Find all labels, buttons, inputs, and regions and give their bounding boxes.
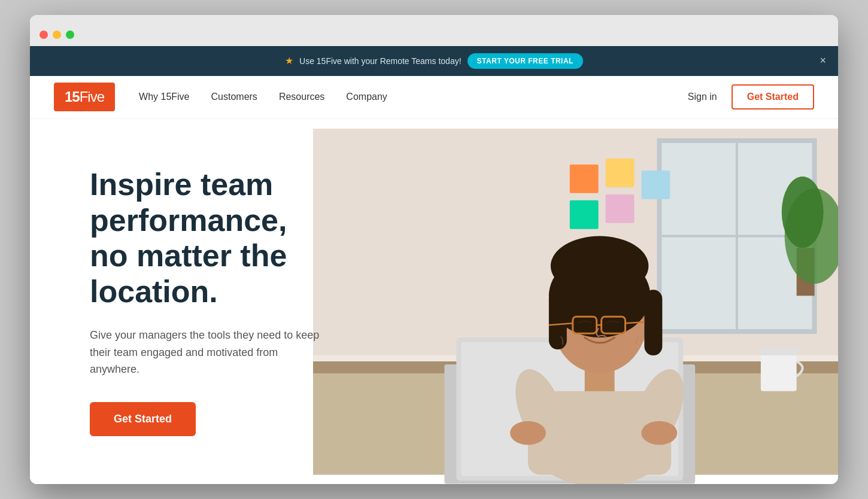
svg-rect-11: [569, 200, 598, 229]
hero-headline-line1: Inspire team performance,: [90, 167, 287, 238]
nav-why-15five[interactable]: Why 15Five: [139, 92, 189, 102]
trial-cta-button[interactable]: START YOUR FREE TRIAL: [468, 53, 583, 69]
logo-number: 15: [65, 89, 80, 105]
nav-right: Sign in Get Started: [688, 84, 814, 109]
hero-cta-button[interactable]: Get Started: [90, 402, 196, 436]
nav-customers[interactable]: Customers: [211, 92, 257, 102]
hero-section: Inspire team performance, no matter the …: [30, 119, 838, 485]
svg-point-35: [641, 421, 677, 445]
nav-resources[interactable]: Resources: [279, 92, 324, 102]
minimize-button-icon[interactable]: [53, 31, 61, 39]
svg-point-34: [510, 421, 546, 445]
svg-rect-12: [605, 194, 634, 223]
hero-content: Inspire team performance, no matter the …: [30, 119, 377, 485]
browser-chrome: [30, 15, 838, 46]
svg-rect-10: [605, 159, 634, 187]
svg-rect-25: [644, 290, 662, 355]
sign-in-link[interactable]: Sign in: [688, 92, 717, 102]
svg-point-26: [550, 236, 648, 296]
svg-rect-9: [569, 165, 598, 193]
svg-point-8: [781, 177, 823, 248]
svg-rect-37: [759, 348, 797, 355]
hero-illustration: [313, 119, 839, 485]
hero-subtext: Give your managers the tools they need t…: [90, 327, 329, 378]
nav-company[interactable]: Company: [346, 92, 387, 102]
logo[interactable]: 15Five: [54, 83, 115, 111]
svg-rect-36: [760, 349, 796, 391]
hero-image-area: [313, 119, 839, 485]
hero-headline-line2: no matter the location.: [90, 238, 287, 309]
star-icon: ★: [285, 55, 293, 66]
svg-rect-13: [641, 171, 670, 199]
announcement-text: Use 15Five with your Remote Teams today!: [299, 56, 462, 66]
nav-links: Why 15Five Customers Resources Company: [139, 92, 688, 102]
logo-five: Five: [80, 89, 104, 105]
navbar: 15Five Why 15Five Customers Resources Co…: [30, 76, 838, 119]
svg-rect-24: [548, 290, 566, 349]
close-banner-button[interactable]: ×: [820, 54, 826, 67]
get-started-nav-button[interactable]: Get Started: [732, 84, 814, 109]
maximize-button-icon[interactable]: [66, 31, 74, 39]
hero-headline: Inspire team performance, no matter the …: [90, 167, 329, 310]
announcement-bar: ★ Use 15Five with your Remote Teams toda…: [30, 46, 838, 76]
browser-window: ★ Use 15Five with your Remote Teams toda…: [30, 15, 838, 485]
close-button-icon[interactable]: [40, 31, 48, 39]
